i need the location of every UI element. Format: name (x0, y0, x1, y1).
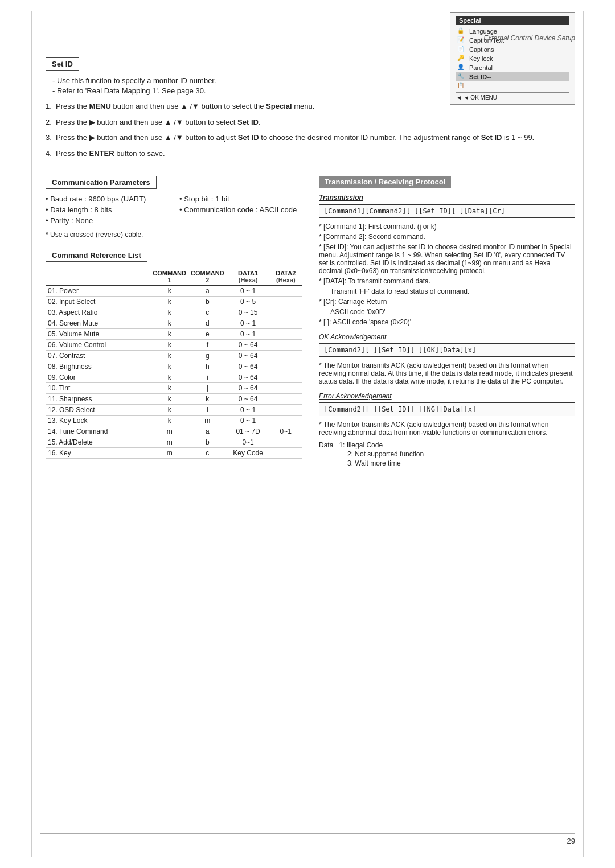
cmd-ref-table: COMMAND COMMAND DATA1 DATA2 1 2 (Hexa) (… (46, 268, 302, 459)
comm-col-right: • Stop bit : 1 bit • Communication code … (179, 195, 302, 227)
row-data2 (270, 361, 302, 372)
comm-baud: • Baud rate : 9600 bps (UART) (46, 195, 168, 203)
row-cmd1: k (150, 405, 188, 416)
note-cr-sub: ASCII code '0x0D' (319, 308, 575, 316)
row-data2 (270, 405, 302, 416)
row-cmd1: k (150, 329, 188, 340)
left-column: Communication Parameters • Baud rate : 9… (46, 176, 302, 476)
language-icon: 🔒 (457, 27, 466, 35)
row-data1: 0 ~ 1 (227, 416, 270, 426)
row-data2 (270, 437, 302, 448)
transmission-section: Transmission / Receiving Protocol Transm… (319, 176, 575, 467)
err-ack-box: [Command2][ ][Set ID][ ][NG][Data][x] (319, 402, 575, 416)
row-cmd2: e (188, 329, 227, 340)
data-list-label: Data 1: Illegal Code (319, 441, 575, 449)
row-cmd2: l (188, 405, 227, 416)
row-name: 12. OSD Select (46, 405, 150, 416)
th-1: 1 (150, 277, 188, 286)
comm-stop: • Stop bit : 1 bit (179, 195, 302, 203)
th-empty2 (46, 277, 150, 286)
parental-icon: 👤 (457, 64, 466, 72)
row-data1: 0 ~ 64 (227, 340, 270, 351)
row-data1: 0 ~ 1 (227, 286, 270, 297)
table-header-row1: COMMAND COMMAND DATA1 DATA2 (46, 268, 302, 277)
row-name: 06. Volume Control (46, 340, 150, 351)
th-2: 2 (188, 277, 227, 286)
note-space: * [ ]: ASCII code 'space (0x20)' (319, 318, 575, 326)
row-name: 02. Input Select (46, 297, 150, 307)
row-cmd2: c (188, 448, 227, 459)
comm-col-left: • Baud rate : 9600 bps (UART) • Data len… (46, 195, 168, 227)
table-row: 08. Brightnesskh0 ~ 64 (46, 361, 302, 372)
right-border (583, 11, 584, 857)
comm-data: • Data length : 8 bits (46, 205, 168, 214)
row-cmd1: k (150, 297, 188, 307)
row-cmd2: h (188, 361, 227, 372)
set-id-steps: 1. Press the MENU button and then use ▲ … (46, 101, 575, 159)
page-number: 29 (567, 837, 575, 845)
step-2: 2. Press the ▶ button and then use ▲ /▼ … (46, 117, 575, 128)
row-name: 01. Power (46, 286, 150, 297)
row-name: 05. Volume Mute (46, 329, 150, 340)
menu-keylock-label: Key lock (469, 55, 493, 62)
menu-title: Special (456, 16, 569, 25)
row-data2 (270, 297, 302, 307)
table-row: 11. Sharpnesskk0 ~ 64 (46, 394, 302, 405)
row-cmd1: k (150, 318, 188, 329)
row-name: 13. Key Lock (46, 416, 150, 426)
table-header-row2: 1 2 (Hexa) (Hexa) (46, 277, 302, 286)
row-cmd2: a (188, 426, 227, 437)
th-hexa2: (Hexa) (270, 277, 302, 286)
menu-setid-label: Set ID (469, 73, 487, 80)
setid-dashes: -- (487, 73, 491, 80)
row-data2 (270, 351, 302, 361)
trans-notes: * [Command 1]: First command. (j or k) *… (319, 223, 575, 326)
comm-params-section: Communication Parameters • Baud rate : 9… (46, 176, 302, 238)
row-cmd2: b (188, 437, 227, 448)
extra-icon: 📋 (457, 82, 466, 90)
row-name: 09. Color (46, 372, 150, 383)
row-name: 14. Tune Command (46, 426, 150, 437)
row-name: 15. Add/Delete (46, 437, 150, 448)
row-data1: Key Code (227, 448, 270, 459)
row-cmd1: k (150, 383, 188, 394)
row-cmd2: f (188, 340, 227, 351)
row-data2: 0~1 (270, 426, 302, 437)
err-ack-heading: Error Acknowledgement (319, 392, 575, 400)
table-row: 16. KeymcKey Code (46, 448, 302, 459)
th-empty1 (46, 268, 150, 277)
row-name: 03. Aspect Ratio (46, 307, 150, 318)
row-name: 04. Screen Mute (46, 318, 150, 329)
table-row: 14. Tune Commandma01 ~ 7D0~1 (46, 426, 302, 437)
row-cmd2: k (188, 394, 227, 405)
row-data2 (270, 286, 302, 297)
row-cmd1: k (150, 351, 188, 361)
menu-item-keylock: 🔑 Key lock (456, 54, 569, 63)
menu-captions-label: Captions (469, 46, 494, 53)
note-cmd2: * [Command 2]: Second command. (319, 233, 575, 241)
two-column-layout: Communication Parameters • Baud rate : 9… (46, 176, 575, 476)
row-cmd1: m (150, 448, 188, 459)
menu-footer: ◄ ◄ OK MENU (456, 92, 569, 101)
left-border (31, 11, 32, 857)
row-cmd1: k (150, 372, 188, 383)
th-data2: DATA2 (270, 268, 302, 277)
table-row: 09. Colorki0 ~ 64 (46, 372, 302, 383)
trans-heading: Transmission / Receiving Protocol (319, 176, 451, 188)
err-ack-section: Error Acknowledgement [Command2][ ][Set … (319, 392, 575, 437)
th-cmd1: COMMAND (150, 268, 188, 277)
row-data1: 0 ~ 64 (227, 361, 270, 372)
step-3: 3. Press the ▶ button and then use ▲ /▼ … (46, 132, 575, 143)
comm-code: • Communication code : ASCII code (179, 205, 302, 214)
row-data1: 0 ~ 1 (227, 405, 270, 416)
row-data2 (270, 416, 302, 426)
trans-label: Transmission (319, 194, 575, 201)
row-data1: 0 ~ 15 (227, 307, 270, 318)
menu-item-parental: 👤 Parental (456, 63, 569, 72)
menu-item-setid: 🔧 Set ID -- (456, 72, 569, 81)
row-name: 10. Tint (46, 383, 150, 394)
row-data2 (270, 448, 302, 459)
set-id-heading: Set ID (46, 57, 79, 71)
note-data: * [DATA]: To transmit command data. (319, 277, 575, 285)
note-cmd1: * [Command 1]: First command. (j or k) (319, 223, 575, 231)
